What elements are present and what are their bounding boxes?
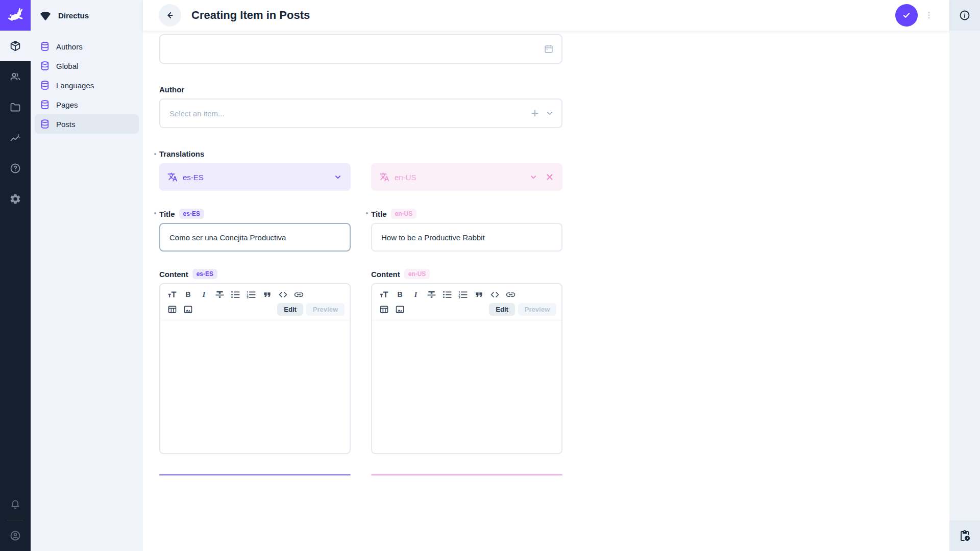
- author-field: Author: [159, 85, 579, 128]
- image-button[interactable]: [181, 303, 194, 316]
- strikethrough-button[interactable]: [213, 288, 226, 301]
- sidebar-item-label: Languages: [56, 81, 94, 90]
- table-button[interactable]: [165, 303, 179, 316]
- sidebar-item-languages[interactable]: Languages: [35, 76, 139, 95]
- box-icon: [9, 40, 21, 52]
- bell-icon: [9, 498, 21, 511]
- numbered-list-button[interactable]: [456, 288, 470, 301]
- module-content[interactable]: [0, 31, 31, 61]
- close-icon[interactable]: [545, 172, 554, 182]
- date-input-icons: [543, 34, 554, 64]
- title-input-es[interactable]: [159, 223, 351, 252]
- more-options-button[interactable]: [923, 4, 935, 27]
- content-textarea-en[interactable]: [372, 320, 561, 453]
- account-icon: [9, 530, 21, 542]
- link-button[interactable]: [504, 288, 517, 301]
- lang-badge: es-ES: [192, 269, 217, 279]
- module-settings[interactable]: [0, 184, 31, 214]
- sidebar-item-label: Pages: [56, 101, 78, 109]
- date-input[interactable]: [159, 34, 562, 64]
- account-button[interactable]: [0, 520, 31, 551]
- right-sidebar-body: [949, 31, 980, 520]
- revisions-sidebar-button[interactable]: [949, 520, 980, 551]
- lang-badge: es-ES: [179, 209, 204, 219]
- italic-button[interactable]: I: [197, 288, 210, 301]
- image-button[interactable]: [393, 303, 406, 316]
- preview-tab-button[interactable]: Preview: [518, 303, 556, 316]
- translate-icon: [379, 172, 389, 182]
- translation-column-es: Title es-ES Content es-ES B I: [159, 209, 351, 474]
- format-size-icon: [167, 289, 178, 300]
- required-dot: [366, 212, 368, 214]
- code-button[interactable]: [488, 288, 501, 301]
- sidebar-item-posts[interactable]: Posts: [35, 114, 139, 134]
- title-input-en[interactable]: [371, 223, 562, 252]
- project-bar[interactable]: Directus: [31, 0, 143, 31]
- author-select-input[interactable]: [159, 98, 562, 128]
- blockquote-button[interactable]: [472, 288, 485, 301]
- editor-toolbar-row1: B I: [372, 284, 561, 301]
- link-button[interactable]: [292, 288, 305, 301]
- module-insights[interactable]: [0, 122, 31, 153]
- module-bar-spacer: [0, 214, 31, 489]
- blockquote-button[interactable]: [260, 288, 274, 301]
- insights-icon: [9, 132, 21, 144]
- module-help[interactable]: [0, 153, 31, 184]
- translations-label: Translations: [159, 149, 579, 158]
- lang-badge: en-US: [404, 269, 430, 279]
- notifications-button[interactable]: [0, 489, 31, 520]
- language-chip-en-US[interactable]: en-US: [371, 163, 562, 191]
- database-icon: [40, 119, 50, 129]
- back-button[interactable]: [159, 4, 181, 27]
- folder-icon: [9, 101, 21, 113]
- code-icon: [489, 289, 500, 300]
- blockquote-icon: [262, 289, 273, 300]
- plus-icon[interactable]: [530, 108, 540, 118]
- chevron-down-icon[interactable]: [333, 172, 342, 182]
- chevron-down-icon[interactable]: [545, 109, 554, 118]
- italic-button[interactable]: I: [409, 288, 422, 301]
- bulleted-list-icon: [442, 289, 453, 300]
- numbered-list-button[interactable]: [244, 288, 258, 301]
- sidebar-item-label: Posts: [56, 120, 76, 129]
- language-chip-es-ES[interactable]: es-ES: [159, 163, 351, 191]
- table-button[interactable]: [377, 303, 390, 316]
- language-chips: es-ES en-US: [159, 163, 579, 191]
- sidebar-item-global[interactable]: Global: [35, 56, 139, 76]
- required-dot: [154, 153, 156, 155]
- translations-field: Translations es-ES en-US: [159, 149, 579, 191]
- language-code: es-ES: [183, 173, 204, 182]
- chevron-down-icon[interactable]: [529, 172, 538, 182]
- format-size-button[interactable]: [377, 288, 390, 301]
- link-icon: [293, 289, 304, 300]
- bold-button[interactable]: B: [393, 288, 406, 301]
- directus-rabbit-logo[interactable]: [0, 0, 31, 31]
- calendar-icon[interactable]: [543, 43, 554, 55]
- info-icon: [959, 9, 971, 21]
- page-title: Creating Item in Posts: [191, 9, 310, 22]
- required-dot: [154, 212, 156, 214]
- content-editor-es: B I Edit Preview: [159, 283, 351, 454]
- bulleted-list-button[interactable]: [440, 288, 454, 301]
- blockquote-icon: [474, 289, 484, 300]
- bulleted-list-button[interactable]: [229, 288, 242, 301]
- editor-toolbar-row2: Edit Preview: [372, 301, 561, 319]
- sidebar-item-authors[interactable]: Authors: [35, 37, 139, 56]
- strikethrough-button[interactable]: [425, 288, 438, 301]
- code-button[interactable]: [276, 288, 289, 301]
- navigation-sidebar: Directus Authors Global Languages Pages …: [31, 0, 143, 551]
- bold-button[interactable]: B: [181, 288, 194, 301]
- numbered-list-icon: [246, 289, 257, 300]
- preview-tab-button[interactable]: Preview: [306, 303, 345, 316]
- module-users[interactable]: [0, 61, 31, 92]
- sidebar-item-pages[interactable]: Pages: [35, 95, 139, 114]
- edit-tab-button[interactable]: Edit: [489, 303, 515, 316]
- save-button[interactable]: [895, 4, 918, 27]
- module-files[interactable]: [0, 92, 31, 122]
- code-icon: [278, 289, 288, 300]
- format-size-button[interactable]: [165, 288, 179, 301]
- info-sidebar-button[interactable]: [949, 0, 980, 31]
- bold-icon: B: [183, 289, 193, 300]
- content-textarea-es[interactable]: [160, 320, 350, 453]
- edit-tab-button[interactable]: Edit: [277, 303, 303, 316]
